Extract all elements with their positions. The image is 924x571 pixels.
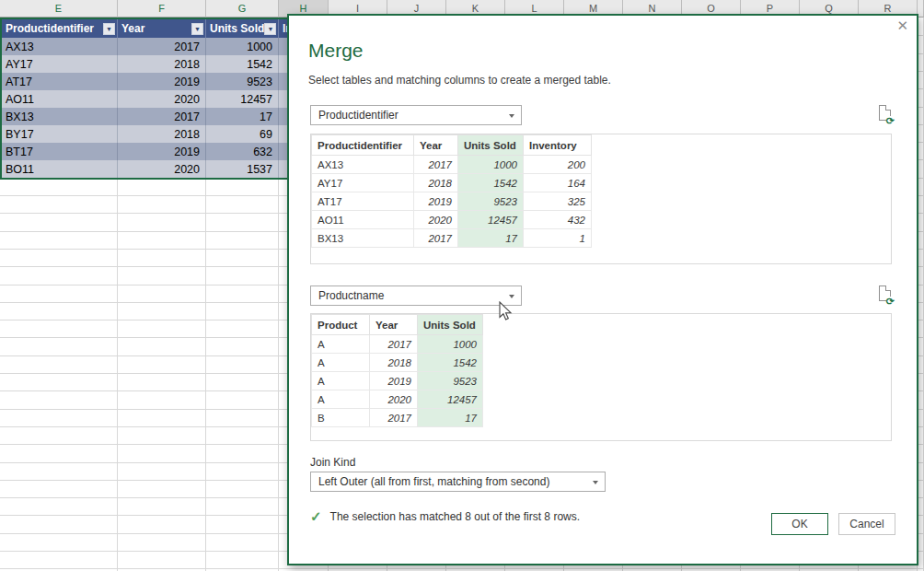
filter-dropdown-icon[interactable]: ▼ <box>103 23 115 35</box>
worksheet-cell[interactable]: 1000 <box>206 38 279 55</box>
refresh-preview-button[interactable]: ⟳ <box>877 104 894 124</box>
preview-cell: AX13 <box>312 156 414 174</box>
ok-button[interactable]: OK <box>771 513 828 535</box>
worksheet-cell[interactable]: 2018 <box>118 125 206 143</box>
worksheet-header-label: Units Sold <box>210 22 264 35</box>
worksheet-table[interactable]: Productidentifier▼Year▼Units Sold▼Invent… <box>0 17 335 180</box>
second-table-preview: ProductYearUnits SoldA20171000A20181542A… <box>310 313 892 441</box>
preview-table: ProductYearUnits SoldA20171000A20181542A… <box>311 314 483 427</box>
preview-column-header[interactable]: Product <box>312 315 370 335</box>
preview-cell: 2018 <box>414 174 458 192</box>
worksheet-cell[interactable]: 9523 <box>206 73 279 90</box>
second-table-select[interactable]: Productname <box>310 286 522 306</box>
column-header-partial[interactable] <box>918 0 924 17</box>
preview-cell: A <box>312 354 370 372</box>
preview-column-header[interactable]: Year <box>414 135 458 156</box>
column-header-G[interactable]: G <box>206 0 279 17</box>
worksheet-table-row[interactable]: AO11202012457 <box>2 90 333 108</box>
worksheet-cell[interactable]: AY17 <box>2 55 118 73</box>
worksheet-table-row[interactable]: BY17201869 <box>2 125 333 143</box>
worksheet-cell[interactable]: 12457 <box>206 90 279 108</box>
preview-cell: 2017 <box>414 156 458 174</box>
worksheet-cell[interactable]: 2020 <box>118 160 206 178</box>
dialog-subtitle: Select tables and matching columns to cr… <box>308 74 611 87</box>
preview-row: BX132017171 <box>312 229 592 248</box>
close-icon[interactable]: ✕ <box>896 19 908 33</box>
column-header-E[interactable]: E <box>0 0 118 17</box>
merge-dialog: ✕ Merge Select tables and matching colum… <box>287 14 918 565</box>
preview-row: AO11202012457432 <box>312 211 592 229</box>
worksheet-cell[interactable]: 2017 <box>118 38 206 55</box>
preview-cell: 2017 <box>414 229 458 248</box>
preview-cell: BX13 <box>312 229 414 248</box>
preview-cell: 9523 <box>458 192 524 211</box>
preview-row: B201717 <box>312 409 483 427</box>
worksheet-cell[interactable]: 2020 <box>118 90 206 108</box>
worksheet-cell[interactable]: 2019 <box>118 73 206 90</box>
worksheet-cell[interactable]: 1537 <box>206 160 279 178</box>
worksheet-cell[interactable]: AX13 <box>2 38 118 55</box>
worksheet-cell[interactable]: 17 <box>206 108 279 125</box>
refresh-preview-button[interactable]: ⟳ <box>877 285 894 305</box>
preview-cell: 12457 <box>458 211 524 229</box>
worksheet-cell[interactable]: AO11 <box>2 90 118 108</box>
gridline <box>0 568 924 569</box>
preview-column-header[interactable]: Year <box>370 315 418 335</box>
worksheet-cell[interactable]: BY17 <box>2 125 118 143</box>
cancel-button[interactable]: Cancel <box>838 513 895 535</box>
worksheet-cell[interactable]: 1542 <box>206 55 279 73</box>
preview-column-header[interactable]: Units Sold <box>458 135 524 156</box>
preview-cell: A <box>312 390 370 409</box>
preview-column-header[interactable]: Productidentifier <box>312 135 414 156</box>
chevron-down-icon <box>509 295 514 298</box>
join-kind-select-value: Left Outer (all from first, matching fro… <box>318 475 549 488</box>
preview-cell: 2018 <box>370 354 418 372</box>
preview-column-header[interactable]: Units Sold <box>418 315 483 335</box>
preview-cell: AO11 <box>312 211 414 229</box>
preview-cell: 12457 <box>418 390 483 409</box>
mouse-cursor <box>499 301 513 320</box>
second-table-select-value: Productname <box>318 289 384 302</box>
worksheet-header-cell: Year▼ <box>118 19 206 38</box>
worksheet-cell[interactable]: BX13 <box>2 108 118 125</box>
join-kind-select[interactable]: Left Outer (all from first, matching fro… <box>310 472 606 492</box>
filter-dropdown-icon[interactable]: ▼ <box>191 23 203 35</box>
first-table-select[interactable]: Productidentifier <box>310 105 522 125</box>
preview-column-header[interactable]: Inventory <box>524 135 592 156</box>
refresh-arrows-icon: ⟳ <box>886 116 895 126</box>
worksheet-cell[interactable]: 2019 <box>118 143 206 160</box>
worksheet-table-row[interactable]: AY1720181542 <box>2 55 333 73</box>
worksheet-cell[interactable]: 632 <box>206 143 279 160</box>
filter-dropdown-icon[interactable]: ▼ <box>264 23 276 35</box>
preview-row: A202012457 <box>312 390 483 409</box>
worksheet-cell[interactable]: BT17 <box>2 143 118 160</box>
column-header-F[interactable]: F <box>118 0 206 17</box>
preview-cell: AY17 <box>312 174 414 192</box>
first-table-select-value: Productidentifier <box>318 109 398 122</box>
worksheet-cell[interactable]: AT17 <box>2 73 118 90</box>
preview-row: A20181542 <box>312 354 483 372</box>
worksheet-cell[interactable]: 2017 <box>118 108 206 125</box>
preview-cell: 164 <box>524 174 592 192</box>
preview-cell: 1542 <box>458 174 524 192</box>
worksheet-table-row[interactable]: AX1320171000 <box>2 38 333 55</box>
preview-cell: A <box>312 335 370 354</box>
join-kind-label: Join Kind <box>310 456 355 469</box>
preview-row: A20171000 <box>312 335 483 354</box>
preview-row: AT1720199523325 <box>312 192 592 211</box>
preview-row: AY1720181542164 <box>312 174 592 192</box>
worksheet-table-row[interactable]: BO1120201537 <box>2 160 333 178</box>
worksheet-cell[interactable]: 69 <box>206 125 279 143</box>
worksheet-cell[interactable]: 2018 <box>118 55 206 73</box>
preview-cell: 9523 <box>418 372 483 390</box>
worksheet-table-row[interactable]: AT1720199523 <box>2 73 333 90</box>
preview-cell: 200 <box>524 156 592 174</box>
worksheet-table-row[interactable]: BT172019632 <box>2 143 333 160</box>
check-icon: ✓ <box>310 509 322 523</box>
preview-cell: 2017 <box>370 335 418 354</box>
preview-cell: AT17 <box>312 192 414 211</box>
match-status-text: The selection has matched 8 out of the f… <box>330 510 580 523</box>
preview-table: ProductidentifierYearUnits SoldInventory… <box>311 134 592 248</box>
worksheet-cell[interactable]: BO11 <box>2 160 118 178</box>
worksheet-table-row[interactable]: BX13201717 <box>2 108 333 125</box>
